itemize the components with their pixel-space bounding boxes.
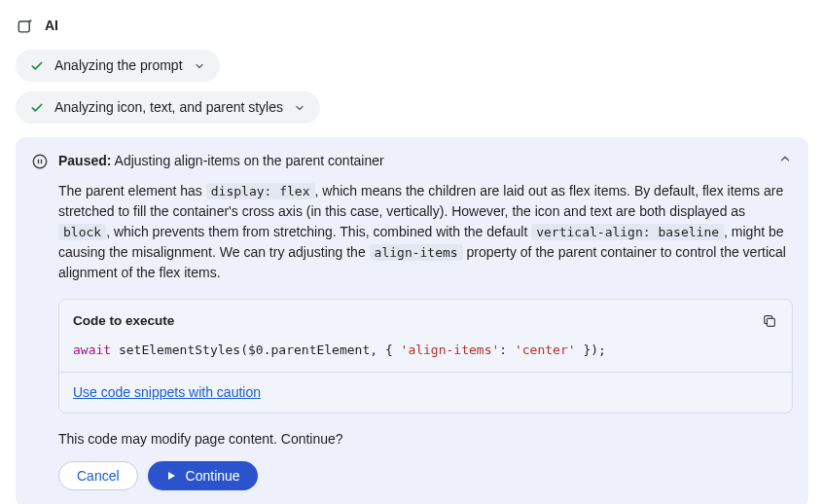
sparkle-icon: [16, 17, 35, 36]
paused-header: Paused: Adjusting align-items on the par…: [31, 151, 793, 171]
ai-panel: AI Analyzing the prompt Analyzing icon, …: [0, 0, 824, 504]
pause-icon: [31, 153, 49, 170]
svg-marker-5: [168, 472, 175, 480]
button-label: Continue: [186, 468, 240, 484]
caution-link[interactable]: Use code snippets with caution: [73, 384, 261, 400]
code-snippet: await setElementStyles($0.parentElement,…: [73, 341, 778, 360]
paused-explanation: The parent element has display: flex, wh…: [58, 181, 793, 490]
step-analyzing-styles[interactable]: Analyzing icon, text, and parent styles: [16, 91, 320, 124]
inline-code: block: [58, 224, 106, 240]
action-buttons: Cancel Continue: [58, 461, 793, 490]
inline-code: align-items: [370, 244, 463, 261]
code-to-execute-card: Code to execute await setElementStyles($…: [58, 299, 793, 414]
panel-header: AI: [16, 16, 808, 36]
cancel-button[interactable]: Cancel: [58, 461, 138, 490]
step-label: Analyzing icon, text, and parent styles: [54, 97, 283, 118]
step-analyzing-prompt[interactable]: Analyzing the prompt: [16, 50, 220, 82]
text-run: , which prevents them from stretching. T…: [106, 224, 531, 239]
panel-title: AI: [45, 16, 58, 36]
inline-code: vertical-align: baseline: [531, 224, 724, 240]
code-string: 'center': [515, 342, 576, 357]
play-icon: [165, 469, 178, 482]
paused-step-card: Paused: Adjusting align-items on the par…: [16, 137, 808, 504]
paused-title-text: Adjusting align-items on the parent cont…: [115, 153, 384, 168]
chevron-down-icon: [193, 59, 206, 73]
code-keyword: await: [73, 342, 111, 357]
code-text: });: [576, 342, 606, 357]
continue-button[interactable]: Continue: [148, 461, 258, 490]
paused-prefix: Paused:: [58, 153, 111, 168]
svg-point-1: [33, 155, 47, 168]
step-label: Analyzing the prompt: [54, 55, 183, 76]
check-icon: [29, 58, 45, 74]
continue-prompt: This code may modify page content. Conti…: [58, 429, 793, 450]
code-text: setElementStyles($0.parentElement, {: [111, 342, 400, 357]
svg-rect-0: [18, 21, 29, 32]
copy-icon[interactable]: [761, 312, 778, 330]
check-icon: [29, 100, 45, 116]
chevron-up-icon[interactable]: [777, 151, 793, 166]
code-card-title: Code to execute: [73, 311, 174, 331]
code-text: :: [499, 342, 515, 357]
inline-code: display: flex: [206, 183, 315, 199]
svg-rect-4: [767, 318, 774, 326]
code-string: 'align-items': [401, 342, 500, 357]
paused-title: Paused: Adjusting align-items on the par…: [58, 151, 768, 171]
button-label: Cancel: [77, 468, 120, 484]
chevron-down-icon: [293, 101, 306, 115]
text-run: The parent element has: [58, 183, 206, 198]
